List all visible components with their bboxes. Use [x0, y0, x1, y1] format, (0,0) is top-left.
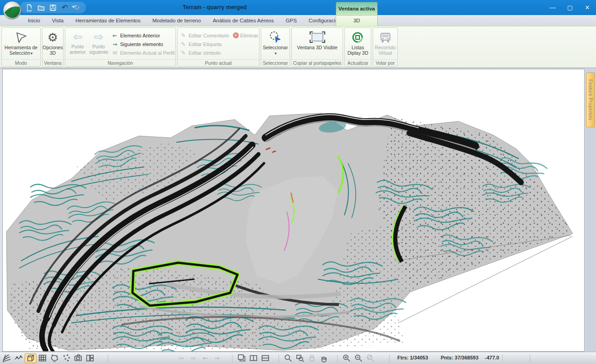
grid-table-button[interactable]	[37, 354, 48, 363]
minimize-button[interactable]: —	[544, 0, 561, 15]
recorrido-virtual-button[interactable]: Recorrido Virtual	[373, 29, 397, 56]
editar-simbolo-button[interactable]: ✎ Editar símbolo	[179, 48, 229, 57]
forward-arrow-icon[interactable]: ⇨	[187, 354, 199, 362]
tab-gps[interactable]: GPS	[280, 15, 303, 26]
edit-symbol-icon: ✎	[179, 50, 187, 56]
siguiente-elemento-label: Siguiente elemento	[120, 42, 163, 47]
ribbon-group-actualizar: Listas Diplay 3D Actualizar	[344, 27, 371, 67]
editar-etiqueta-label: Editar Etiqueta	[189, 42, 222, 47]
back-arrow-icon[interactable]: ⇦	[175, 354, 187, 362]
listas-display-3d-label: Listas Diplay 3D	[345, 45, 371, 56]
zoom-box-button[interactable]	[282, 354, 294, 363]
tab-vista[interactable]: Vista	[46, 15, 69, 26]
maximize-icon: ▢	[567, 4, 573, 11]
tab-inicio[interactable]: Inicio	[22, 15, 46, 26]
contour-fan-icon	[2, 354, 11, 363]
zoom-inout-toolbar	[341, 353, 376, 363]
profile-line-icon	[14, 354, 23, 363]
tab-analisis-cables-aereos[interactable]: Análisis de Cables Aéreos	[207, 15, 280, 26]
statusbar-separator	[337, 354, 338, 362]
group-label-volar: Volar por	[373, 59, 397, 66]
close-button[interactable]: ✕	[579, 0, 596, 15]
view-3d-button[interactable]	[25, 354, 37, 363]
points-counter: Pnts: 37/368593	[441, 355, 479, 360]
title-bar: ↶ ↻ ▾ Terrain - quarry merged Ventana ac…	[0, 0, 596, 15]
zoom-tools-toolbar	[282, 353, 330, 363]
3d-viewport[interactable]	[2, 69, 585, 352]
dropdown-arrow-icon: ▾	[31, 51, 33, 56]
group-label-ventana: Ventana	[42, 59, 63, 66]
listas-display-3d-button[interactable]: Listas Diplay 3D	[345, 29, 371, 56]
lasso-select-icon	[269, 31, 282, 44]
maximize-button[interactable]: ▢	[561, 0, 579, 15]
zoom-in-icon	[342, 354, 351, 363]
open-file-button[interactable]	[37, 3, 46, 12]
opciones-3d-button[interactable]: ⚙ Opciones 3D	[42, 29, 63, 56]
save-button[interactable]	[48, 3, 58, 12]
eliminar-button[interactable]: ✕ Eliminar	[233, 31, 258, 40]
split-horizontal-icon	[261, 354, 270, 363]
punto-siguiente-label: Punto siguiente	[88, 44, 109, 55]
editar-etiqueta-button[interactable]: ✎ Editar Etiqueta	[179, 40, 229, 48]
tab-modelado-de-terreno[interactable]: Modelado de terreno	[147, 15, 207, 26]
app-logo[interactable]	[3, 1, 21, 20]
pan-button[interactable]	[318, 354, 330, 363]
ribbon-group-volar: Recorrido Virtual Volar por	[373, 27, 398, 67]
open-folder-icon	[37, 4, 45, 12]
zoom-window-button[interactable]	[294, 354, 306, 363]
prev-element-icon[interactable]: ⇜	[199, 354, 211, 362]
statusbar-separator	[530, 354, 530, 362]
ribbon-group-navegacion: ⇦ Punto anterior ⇨ Punto siguiente ⇜ Ele…	[65, 27, 176, 67]
polygon-nodes-icon	[50, 354, 59, 363]
polygon-edit-button[interactable]	[48, 354, 60, 363]
punto-anterior-button[interactable]: ⇦ Punto anterior	[67, 29, 88, 55]
profile-line-button[interactable]	[13, 354, 25, 363]
camera-view-button[interactable]	[72, 354, 84, 363]
new-file-button[interactable]	[25, 3, 34, 12]
next-element-icon[interactable]: ⇝	[211, 354, 223, 362]
squiggle-left-arrow-icon: ⇜	[111, 32, 119, 39]
window-title: Terrain - quarry merged	[183, 0, 247, 15]
cascade-windows-button[interactable]	[236, 354, 248, 363]
tab-herramientas-de-elementos[interactable]: Herramientas de Elementos	[69, 15, 147, 26]
zoom-off-button[interactable]	[364, 354, 376, 363]
edit-label-icon: ✎	[179, 41, 187, 47]
zoom-in-button[interactable]	[341, 354, 353, 363]
seleccionar-label: Seleccionar	[263, 45, 288, 50]
statusbar-separator	[232, 354, 232, 362]
squiggle-right-arrow-icon: ⇝	[111, 41, 119, 47]
split-horizontal-button[interactable]	[259, 354, 271, 363]
selection-tool-button[interactable]: Herramienta de Selección▾	[2, 29, 40, 56]
application-window: ↶ ↻ ▾ Terrain - quarry merged Ventana ac…	[0, 0, 596, 364]
undo-button[interactable]: ↶	[60, 3, 69, 12]
seleccionar-button[interactable]: Seleccionar▾	[261, 29, 290, 56]
qat-overflow-button[interactable]: ▾	[72, 4, 74, 9]
siguiente-elemento-button[interactable]: ⇝ Siguiente elemento	[111, 40, 174, 48]
ventana-3d-visible-button[interactable]: Ventana 3D Visible	[292, 29, 343, 50]
opciones-3d-label: Opciones 3D	[42, 45, 63, 56]
editar-comentario-button[interactable]: ✎ Editar Comentario	[179, 31, 229, 40]
feature-properties-tab[interactable]: Feature Properties	[586, 73, 595, 127]
terrain-globe-icon	[3, 1, 21, 20]
elemento-actual-perfil-button[interactable]: ✉ Elemento Actual al Perfil	[111, 48, 174, 57]
ribbon-group-ventana: ⚙ Opciones 3D Ventana	[42, 27, 63, 67]
vehicle-icon	[379, 31, 392, 44]
ventana-3d-visible-label: Ventana 3D Visible	[297, 45, 338, 50]
tile-windows-button[interactable]	[84, 354, 96, 363]
edit-comment-icon: ✎	[179, 32, 187, 39]
elevation-readout: -477.0	[477, 355, 499, 360]
undo-icon: ↶	[62, 4, 68, 11]
split-vertical-button[interactable]	[248, 354, 259, 363]
contextual-tab-group: Ventana activa	[336, 2, 378, 15]
tab-3d-active[interactable]: 3D	[336, 15, 378, 26]
statusbar-separator	[389, 354, 390, 362]
envelope-icon: ✉	[111, 50, 119, 56]
point-cloud-button[interactable]	[60, 354, 72, 363]
ribbon-group-modo: Herramienta de Selección▾ Modo	[1, 27, 41, 67]
zoom-out-button[interactable]	[353, 354, 364, 363]
punto-siguiente-button[interactable]: ⇨ Punto siguiente	[88, 29, 109, 55]
elemento-anterior-button[interactable]: ⇜ Elemento Anterior	[111, 31, 174, 40]
navigation-toolbar: ⇦ ⇨ ⇜ ⇝	[175, 353, 223, 363]
lock-view-button[interactable]	[306, 354, 318, 363]
contour-fan-button[interactable]	[1, 354, 13, 363]
